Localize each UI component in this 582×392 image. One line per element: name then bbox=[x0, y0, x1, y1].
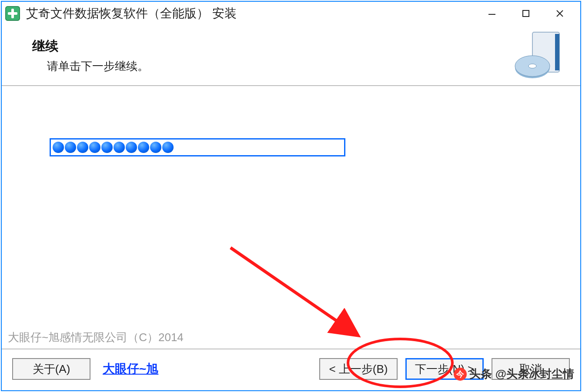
close-button[interactable] bbox=[543, 3, 577, 24]
maximize-icon bbox=[522, 10, 530, 17]
svg-rect-5 bbox=[555, 34, 559, 70]
password-dot bbox=[126, 142, 137, 153]
password-dot bbox=[65, 142, 76, 153]
wizard-header: 继续 请单击下一步继续。 bbox=[2, 25, 580, 86]
installer-disc-icon bbox=[513, 30, 565, 82]
password-input[interactable] bbox=[50, 138, 345, 156]
password-dot bbox=[138, 142, 149, 153]
app-plus-icon bbox=[5, 6, 20, 21]
back-button[interactable]: < 上一步(B) bbox=[319, 358, 398, 380]
title-bar: 艾奇文件数据恢复软件（全能版） 安装 bbox=[2, 2, 580, 25]
svg-rect-1 bbox=[523, 10, 529, 17]
minimize-icon bbox=[488, 9, 496, 18]
header-title: 继续 bbox=[32, 37, 565, 55]
password-dot bbox=[162, 142, 174, 153]
window-controls bbox=[475, 3, 577, 24]
wizard-body: 大眼仔~旭感情无限公司（C）2014 bbox=[2, 86, 580, 349]
password-dot bbox=[77, 142, 88, 153]
maximize-button[interactable] bbox=[509, 3, 543, 24]
svg-point-8 bbox=[528, 64, 536, 68]
window-title: 艾奇文件数据恢复软件（全能版） 安装 bbox=[26, 5, 237, 22]
password-dot bbox=[53, 142, 64, 153]
password-dot bbox=[89, 142, 100, 153]
next-button[interactable]: 下一步(N) > bbox=[405, 358, 484, 380]
about-button[interactable]: 关于(A) bbox=[12, 358, 90, 380]
minimize-button[interactable] bbox=[475, 3, 509, 24]
header-subtext: 请单击下一步继续。 bbox=[47, 59, 565, 74]
wizard-footer: 关于(A) 大眼仔~旭 < 上一步(B) 下一步(N) > 取消 bbox=[2, 349, 580, 389]
close-icon bbox=[555, 9, 564, 18]
password-dot bbox=[101, 142, 113, 153]
author-link[interactable]: 大眼仔~旭 bbox=[103, 361, 158, 377]
installer-window: 艾奇文件数据恢复软件（全能版） 安装 继续 请单击下一步继续。 大眼仔~旭感情 bbox=[1, 1, 581, 391]
password-dot bbox=[114, 142, 125, 153]
password-dot bbox=[150, 142, 161, 153]
copyright-text: 大眼仔~旭感情无限公司（C）2014 bbox=[8, 330, 184, 345]
cancel-button[interactable]: 取消 bbox=[492, 358, 570, 380]
